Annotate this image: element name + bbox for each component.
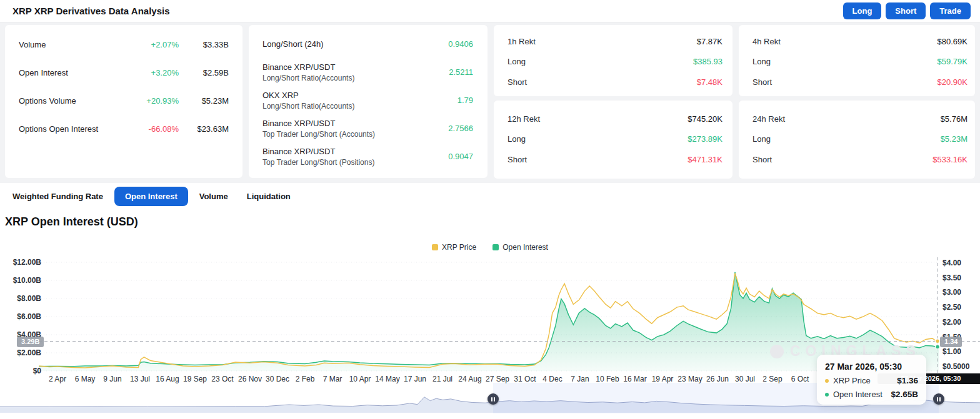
chart-tooltip: 27 Mar 2026, 05:30 XRP Price $1.36 Open … [817,355,926,405]
tooltip-row-open-interest: Open Interest $2.65B [825,390,918,399]
y-axis-label-left: $10.00B [4,276,41,285]
x-axis-label: 21 Jul [428,375,457,383]
x-axis-label: 14 May [373,375,402,383]
x-axis-label: 23 Oct [208,375,237,383]
x-axis-label: 4 Dec [538,375,567,383]
tooltip-datetime: 27 Mar 2026, 05:30 [825,362,918,372]
x-axis-label: 24 Aug [456,375,484,383]
y-axis-label-left: $8.00B [4,294,41,303]
y-axis-label-left: $6.00B [4,312,41,321]
x-axis-label: 31 Oct [511,375,539,383]
x-axis-label: 7 Mar [318,375,347,383]
x-axis-label: 26 Nov [236,375,264,383]
y-axis-label-left: $0 [4,367,41,375]
open-interest-dot-icon [825,393,829,397]
page: XRP XRP Derivatives Data Analysis Long S… [0,0,980,419]
crosshair-right-value-badge: 1.34 [940,337,962,347]
y-axis-label-left: $2.00B [4,348,41,357]
watermark-logo-icon [770,345,784,358]
x-axis-label: 9 Jun [98,375,127,383]
x-axis-label: 2 Apr [43,375,72,383]
x-axis-label: 6 May [71,375,99,383]
x-axis-label: 2 Sep [758,375,787,383]
crosshair-left-value-badge: 3.29B [17,337,44,347]
y-axis-label-left: $12.00B [4,258,41,267]
x-axis-label: 30 Jul [731,375,759,383]
y-axis-label-right: $1.00 [942,347,961,356]
main-chart[interactable]: COINGLASS 3.29B 1.34 27 Mar 2026, 05:30 … [0,0,980,419]
y-axis-label-right: $3.50 [942,274,961,282]
x-axis-label: 6 Oct [786,375,814,383]
x-axis-label: 16 Mar [621,375,649,383]
x-axis-label: 7 Jan [566,375,594,383]
x-axis-label: 19 Apr [648,375,677,383]
x-axis-label: 27 Sep [483,375,512,383]
x-axis-label: 26 Jun [703,375,732,383]
xrp-price-hover-dot [936,339,940,343]
y-axis-label-right: $2.00 [942,318,961,327]
x-axis-label: 23 May [676,375,704,383]
x-axis-label: 13 Jul [126,375,154,383]
x-axis-label: 10 Apr [346,375,374,383]
x-axis-label: 30 Dec [263,375,292,383]
tooltip-row-xrp-price: XRP Price $1.36 [825,376,918,385]
navigator-left-handle[interactable] [488,393,499,405]
x-axis-label: 2 Feb [291,375,319,383]
x-axis-label: 19 Sep [181,375,209,383]
x-axis-label: 17 Jun [401,375,429,383]
open-interest-hover-dot [936,345,940,349]
x-axis-label: 16 Aug [153,375,182,383]
y-axis-label-right: $0.5000 [942,362,969,371]
xrp-price-dot-icon [825,379,829,383]
y-axis-label-right: $3.00 [942,288,961,297]
y-axis-label-right: $4.00 [942,259,961,267]
x-axis-label: 10 Feb [593,375,622,383]
navigator-right-handle[interactable] [933,393,944,405]
y-axis-label-right: $2.50 [942,303,961,312]
